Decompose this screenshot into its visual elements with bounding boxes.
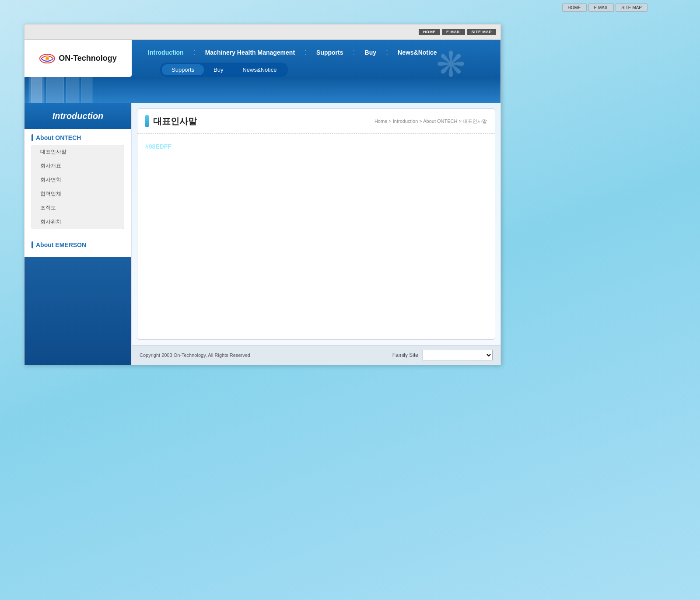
sidebar-title: Introduction [24, 103, 131, 129]
site-footer: Copyright 2003 On-Technology, All Rights… [132, 345, 500, 365]
logo-area: ON-Technology [24, 40, 132, 77]
sidebar-footer [24, 257, 131, 365]
home-button[interactable]: HOME [419, 29, 440, 35]
bg-email-button[interactable]: E MAIL [588, 3, 614, 12]
breadcrumb: Home > Introduction > About ONTECH > 대표인… [374, 118, 487, 125]
sidebar-section-title-ontech: About ONTECH [32, 134, 124, 141]
svg-point-1 [46, 57, 49, 60]
sidebar: Introduction About ONTECH 대표인사말 회사개요 회사연… [24, 103, 132, 365]
content-area: 대표인사말 Home > Introduction > About ONTECH… [137, 108, 495, 340]
logo-icon [39, 52, 55, 65]
logo-text: ON-Technology [59, 54, 117, 63]
sidebar-menu-item-6[interactable]: 회사위치 [32, 215, 124, 229]
sub-nav: Supports Buy News&Notice [160, 63, 288, 77]
nav-item-news[interactable]: News&Notice [388, 49, 446, 56]
content-color-note: #98EDFF [145, 143, 172, 150]
content-body: #98EDFF [137, 134, 495, 339]
content-title: 대표인사말 [153, 115, 197, 127]
main-content: 대표인사말 Home > Introduction > About ONTECH… [132, 103, 500, 365]
main-nav: Introduction : Machinery Health Manageme… [138, 48, 500, 57]
breadcrumb-sep-1: > [388, 119, 392, 124]
copyright-text: Copyright 2003 On-Technology, All Rights… [140, 352, 250, 358]
bg-home-button[interactable]: HOME [562, 3, 587, 12]
breadcrumb-current: 대표인사말 [463, 119, 487, 124]
footer-right: Family Site [392, 350, 493, 360]
breadcrumb-sep-3: > [459, 119, 463, 124]
browser-chrome: HOME E MAIL SITE MAP [24, 24, 500, 40]
site-body: Introduction About ONTECH 대표인사말 회사개요 회사연… [24, 103, 500, 365]
sidebar-section-emerson: About EMERSON [24, 236, 131, 257]
breadcrumb-home[interactable]: Home [374, 119, 387, 124]
nav-item-supports[interactable]: Supports [307, 49, 353, 56]
sidebar-section-ontech: About ONTECH 대표인사말 회사개요 회사연혁 협력업체 조직도 회사… [24, 129, 131, 234]
main-browser-window: HOME E MAIL SITE MAP ON-Technology [24, 24, 501, 365]
content-header: 대표인사말 Home > Introduction > About ONTECH… [137, 109, 495, 134]
breadcrumb-sep-2: > [419, 119, 423, 124]
breadcrumb-about-ontech[interactable]: About ONTECH [423, 119, 457, 124]
nav-item-machinery[interactable]: Machinery Health Management [196, 49, 304, 56]
sidebar-menu-item-2[interactable]: 회사개요 [32, 159, 124, 173]
sidebar-menu-item-5[interactable]: 조직도 [32, 201, 124, 215]
sub-nav-news[interactable]: News&Notice [233, 64, 286, 75]
bg-sitemap-button[interactable]: SITE MAP [616, 3, 648, 12]
content-title-wrapper: 대표인사말 [145, 115, 197, 127]
content-title-icon [145, 115, 149, 127]
sub-nav-supports[interactable]: Supports [162, 64, 204, 75]
sidebar-section-title-emerson: About EMERSON [32, 241, 124, 248]
site-header: ON-Technology ❋ [24, 40, 500, 103]
sidebar-menu-item-3[interactable]: 회사연혁 [32, 173, 124, 187]
sitemap-button[interactable]: SITE MAP [467, 29, 496, 35]
family-site-label: Family Site [392, 352, 418, 358]
nav-item-buy[interactable]: Buy [355, 49, 386, 56]
sidebar-menu-list: 대표인사말 회사개요 회사연혁 협력업체 조직도 회사위치 [32, 145, 124, 229]
family-site-select[interactable] [423, 350, 493, 360]
breadcrumb-introduction[interactable]: Introduction [393, 119, 418, 124]
sub-nav-buy[interactable]: Buy [204, 64, 233, 75]
sidebar-menu-item-1[interactable]: 대표인사말 [32, 145, 124, 159]
email-button[interactable]: E MAIL [442, 29, 466, 35]
nav-item-introduction[interactable]: Introduction [138, 49, 193, 56]
sidebar-menu-item-4[interactable]: 협력업체 [32, 187, 124, 201]
site-content: ON-Technology ❋ [24, 40, 500, 365]
